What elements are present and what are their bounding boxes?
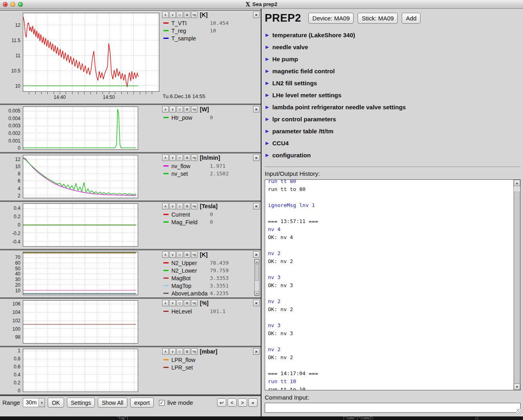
expand-arrow-icon[interactable]: ▶	[266, 44, 272, 50]
scroll-up-icon[interactable]: ▲	[514, 180, 520, 186]
scroll-up-icon[interactable]: ▲	[255, 259, 259, 264]
legend-scrollbar[interactable]: ▲▼	[254, 259, 259, 296]
tree-item[interactable]: ▶He pump	[266, 53, 521, 65]
zoom-mode-button[interactable]: ◇	[177, 12, 183, 18]
io-history-console[interactable]: run tt 80run tt to 80 ignoreMsg lnv 1 ==…	[265, 179, 521, 390]
console-scrollbar[interactable]: ▲ ▼	[513, 180, 520, 390]
chart-close-button[interactable]: ×	[253, 251, 259, 258]
pan-up-button[interactable]: ∧	[162, 251, 169, 258]
scroll-down-icon[interactable]: ▼	[255, 291, 259, 295]
log-scale-button[interactable]: log	[191, 155, 197, 161]
tree-item[interactable]: ▶needle valve	[266, 41, 521, 53]
expand-arrow-icon[interactable]: ▶	[266, 129, 272, 134]
chart-plot[interactable]	[23, 107, 138, 150]
chart-plot[interactable]	[23, 349, 138, 392]
zoom-mode-button[interactable]: ◇	[177, 106, 183, 113]
pan-up-button[interactable]: ∧	[162, 155, 169, 161]
pan-down-button[interactable]: ∨	[169, 348, 176, 355]
pan-down-button[interactable]: ∨	[169, 155, 176, 161]
export-button[interactable]: export	[130, 398, 154, 408]
jump-back-button[interactable]: «	[248, 398, 257, 407]
tile-windows-button[interactable]: ⧉	[184, 348, 190, 355]
range-select[interactable]: 30m ▾	[23, 398, 45, 407]
expand-arrow-icon[interactable]: ▶	[266, 32, 272, 38]
tree-item[interactable]: ▶parameter table /tt/tm	[266, 125, 521, 137]
expand-arrow-icon[interactable]: ▶	[266, 104, 272, 110]
zoom-mode-button[interactable]: ◇	[177, 203, 183, 209]
expand-arrow-icon[interactable]: ▶	[266, 117, 272, 122]
tree-item[interactable]: ▶lpr control parameters	[266, 113, 521, 125]
pan-up-button[interactable]: ∧	[162, 300, 169, 306]
tree-item[interactable]: ▶lambda point refrigerator needle valve …	[266, 101, 521, 113]
resize-grip[interactable]	[517, 409, 523, 415]
chart-plot[interactable]	[23, 252, 138, 295]
zoom-mode-button[interactable]: ◇	[177, 251, 183, 258]
close-window-button[interactable]	[3, 2, 8, 7]
log-scale-button[interactable]: log	[191, 12, 197, 18]
minimize-window-button[interactable]	[10, 2, 15, 7]
expand-arrow-icon[interactable]: ▶	[266, 153, 272, 158]
pan-down-button[interactable]: ∨	[169, 12, 176, 18]
chart-close-button[interactable]: ×	[253, 12, 259, 18]
refresh-button[interactable]: ↩	[217, 398, 226, 407]
scrollbar-thumb[interactable]	[514, 192, 520, 383]
expand-arrow-icon[interactable]: ▶	[266, 141, 272, 146]
zoom-window-button[interactable]	[18, 2, 23, 7]
live-mode-checkbox[interactable]: ✓	[159, 400, 165, 406]
tree-item[interactable]: ▶LN2 fill settings	[266, 77, 521, 89]
scroll-down-icon[interactable]: ▼	[514, 384, 520, 390]
chart-plot[interactable]	[23, 203, 138, 247]
chart-plot[interactable]	[23, 155, 138, 198]
zoom-mode-button[interactable]: ◇	[177, 155, 183, 161]
expand-arrow-icon[interactable]: ▶	[266, 56, 272, 62]
tile-windows-button[interactable]: ⧉	[184, 155, 190, 161]
pan-down-button[interactable]: ∨	[169, 300, 176, 306]
page-right-button[interactable]: >	[238, 398, 247, 407]
tree-item[interactable]: ▶LHe level meter settings	[266, 89, 521, 101]
tile-windows-button[interactable]: ⧉	[184, 300, 190, 306]
log-scale-button[interactable]: log	[191, 203, 197, 209]
pan-down-button[interactable]: ∨	[169, 251, 176, 258]
scrollbar-thumb[interactable]	[255, 264, 259, 281]
chart-close-button[interactable]: ×	[253, 300, 259, 306]
tile-windows-button[interactable]: ⧉	[184, 106, 190, 113]
log-scale-button[interactable]: log	[191, 348, 197, 355]
pan-up-button[interactable]: ∧	[162, 203, 169, 209]
expand-arrow-icon[interactable]: ▶	[266, 80, 272, 86]
add-button[interactable]: Add	[402, 13, 420, 24]
tree-item[interactable]: ▶magnetic field control	[266, 65, 521, 77]
chart-close-button[interactable]: ×	[253, 203, 259, 209]
tree-item[interactable]: ▶temperature (LakeShore 340)	[266, 29, 521, 41]
y-axis: 0.0050.0040.0030.0020.0010	[0, 107, 22, 150]
expand-arrow-icon[interactable]: ▶	[266, 68, 272, 74]
tree-item[interactable]: ▶configuration	[266, 149, 521, 161]
chart-close-button[interactable]: ×	[253, 348, 259, 355]
tile-windows-button[interactable]: ⧉	[184, 203, 190, 209]
chart-close-button[interactable]: ×	[253, 155, 259, 161]
settings-button[interactable]: Settings	[67, 398, 95, 408]
tile-windows-button[interactable]: ⧉	[184, 12, 190, 18]
stick-button[interactable]: Stick: MA09	[358, 13, 398, 24]
chart-plot[interactable]	[23, 300, 138, 344]
show-all-button[interactable]: Show All	[98, 398, 127, 408]
pan-up-button[interactable]: ∧	[162, 106, 169, 113]
pan-down-button[interactable]: ∨	[169, 106, 176, 113]
device-button[interactable]: Device: MA09	[308, 13, 354, 24]
log-scale-button[interactable]: log	[191, 251, 197, 258]
page-left-button[interactable]: <	[227, 398, 237, 407]
command-input[interactable]	[265, 403, 521, 413]
log-scale-button[interactable]: log	[191, 106, 197, 113]
window-titlebar[interactable]: X Sea prep2	[0, 0, 523, 9]
tree-item[interactable]: ▶CCU4	[266, 137, 521, 149]
pan-down-button[interactable]: ∨	[169, 203, 176, 209]
ok-button[interactable]: OK	[48, 398, 64, 408]
tile-windows-button[interactable]: ⧉	[184, 251, 190, 258]
zoom-mode-button[interactable]: ◇	[177, 300, 183, 306]
chart-close-button[interactable]: ×	[253, 106, 259, 113]
chart-plot[interactable]	[23, 13, 159, 92]
log-scale-button[interactable]: log	[191, 300, 197, 306]
pan-up-button[interactable]: ∧	[162, 12, 169, 18]
pan-up-button[interactable]: ∧	[162, 348, 169, 355]
zoom-mode-button[interactable]: ◇	[177, 348, 183, 355]
expand-arrow-icon[interactable]: ▶	[266, 92, 272, 98]
